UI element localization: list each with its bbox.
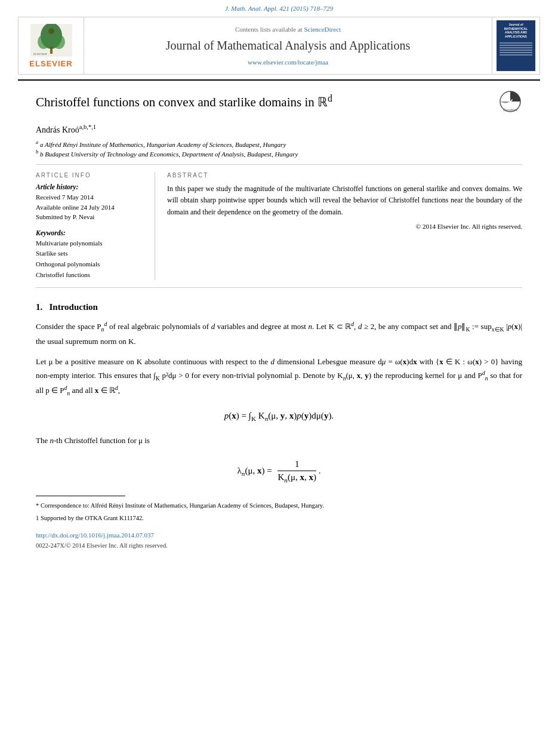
journal-header-center: Contents lists available at ScienceDirec… [84, 17, 492, 74]
crossmark-section: ✓ CrossMark [498, 90, 522, 113]
section-title: 1. Introduction [36, 302, 522, 312]
keyword-4: Christoffel functions [36, 270, 146, 281]
copyright-notice: © 2014 Elsevier Inc. All rights reserved… [167, 223, 522, 230]
svg-text:✓: ✓ [507, 97, 514, 106]
intro-paragraph-2: Let μ be a positive measure on K absolut… [36, 355, 522, 399]
svg-text:CrossMark: CrossMark [503, 108, 518, 112]
journal-website-link[interactable]: www.elsevier.com/locate/jmaa [248, 59, 328, 66]
journal-thumbnail-section: Journal ofMATHEMATICALANALYSIS ANDAPPLIC… [492, 17, 539, 74]
keyword-2: Starlike sets [36, 248, 146, 259]
received-date: Received 7 May 2014 [36, 192, 146, 202]
word-which: which [289, 196, 307, 204]
abstract-text: In this paper we study the magnitude of … [167, 183, 522, 218]
affiliation-b: b b Budapest University of Technology an… [36, 149, 522, 158]
intro-paragraph-3: The n-th Christoffel function for μ is [36, 434, 522, 447]
section-name: Introduction [50, 302, 98, 312]
keyword-3: Orthogonal polynomials [36, 259, 146, 270]
thumb-title: Journal ofMATHEMATICALANALYSIS ANDAPPLIC… [504, 23, 528, 38]
section-rule-2 [36, 287, 522, 288]
keyword-1: Multivariate polynomials [36, 238, 146, 249]
submitted-by: Submitted by P. Nevai [36, 212, 146, 222]
elsevier-logo-section: ELSEVIER ELSEVIER [19, 17, 84, 74]
sciencedirect-label: Contents lists available at ScienceDirec… [235, 26, 341, 33]
section-number: 1. [36, 302, 42, 312]
keywords-block: Keywords: Multivariate polynomials Starl… [36, 229, 146, 280]
svg-point-5 [48, 28, 54, 34]
crossmark-icon: ✓ CrossMark [499, 90, 522, 113]
authors-line: András Kroóa,b,*,1 [36, 124, 522, 135]
svg-text:ELSEVIER: ELSEVIER [33, 53, 47, 56]
abstract-col: ABSTRACT In this paper we study the magn… [167, 172, 522, 280]
sciencedirect-link[interactable]: ScienceDirect [304, 26, 341, 33]
two-column-section: ARTICLE INFO Article history: Received 7… [36, 172, 522, 280]
journal-ref-text: J. Math. Anal. Appl. 421 (2015) 718–729 [225, 5, 333, 12]
journal-reference-bar: J. Math. Anal. Appl. 421 (2015) 718–729 [0, 0, 558, 14]
section-rule-1 [36, 164, 522, 165]
journal-title-text: Journal of Mathematical Analysis and App… [166, 39, 410, 53]
journal-header-box: ELSEVIER ELSEVIER Contents lists availab… [18, 17, 540, 75]
svg-point-4 [53, 35, 65, 49]
footnote-star: * Correspondence to: Alfréd Rényi Instit… [36, 501, 522, 511]
contents-label-text: Contents lists available at [235, 26, 303, 33]
affiliation-a: a a Alfréd Rényi Institute of Mathematic… [36, 140, 522, 148]
svg-point-3 [38, 35, 50, 49]
elsevier-brand-label: ELSEVIER [29, 59, 72, 68]
footnote-one: 1 Supported by the OTKA Grant K111742. [36, 514, 522, 524]
main-content: Christoffel functions on convex and star… [0, 81, 558, 561]
doi-link[interactable]: http://dx.doi.org/10.1016/j.jmaa.2014.07… [36, 531, 154, 539]
formula-1: p(x) = ∫K Kn(μ, y, x)p(y)dμ(y). [36, 411, 522, 422]
introduction-section: 1. Introduction Consider the space Pnd o… [36, 302, 522, 484]
history-heading: Article history: [36, 183, 146, 190]
formula-2: λn(μ, x) = 1 Kn(μ, x, x) . [36, 459, 522, 484]
elsevier-tree-icon: ELSEVIER [30, 24, 72, 57]
journal-website: www.elsevier.com/locate/jmaa [248, 59, 328, 66]
abstract-heading: ABSTRACT [167, 172, 522, 179]
article-info-col: ARTICLE INFO Article history: Received 7… [36, 172, 155, 280]
paper-title: Christoffel functions on convex and star… [36, 93, 332, 110]
available-date: Available online 24 July 2014 [36, 202, 146, 213]
journal-thumbnail: Journal ofMATHEMATICALANALYSIS ANDAPPLIC… [497, 20, 535, 71]
footnote-rule [36, 496, 125, 496]
article-info-heading: ARTICLE INFO [36, 172, 146, 179]
footer-copyright: 0022-247X/© 2014 Elsevier Inc. All right… [36, 542, 522, 549]
keywords-heading: Keywords: [36, 229, 146, 236]
article-history-block: Article history: Received 7 May 2014 Ava… [36, 183, 146, 222]
intro-paragraph-1: Consider the space Pnd of real algebraic… [36, 319, 522, 348]
